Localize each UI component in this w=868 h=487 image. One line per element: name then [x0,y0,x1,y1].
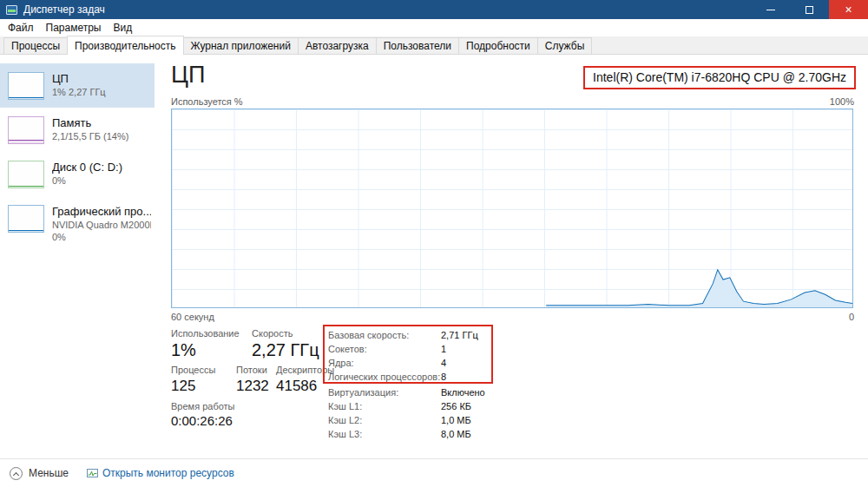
sidebar-item-subtitle: 1% 2,27 ГГц [52,86,106,98]
detail-row-logical-processors: Логических процессоров: 8 [328,370,485,384]
tabstrip: Процессы Производительность Журнал прило… [0,36,868,55]
graph-legend-right: 100% [830,96,854,107]
chevron-up-icon [10,467,23,480]
processes-value: 125 [171,378,195,395]
sidebar-item-title: Диск 0 (C: D:) [52,161,122,174]
sidebar-item-title: ЦП [52,72,106,86]
graph-axis: 60 секунд 0 [171,312,854,322]
tab-details[interactable]: Подробности [458,37,538,54]
maximize-button[interactable] [790,0,829,19]
page-title: ЦП [171,62,205,89]
menubar: Файл Параметры Вид [0,19,868,36]
task-manager-window: Диспетчер задач × Файл Параметры Вид Про… [0,0,868,487]
detail-row-virtualization: Виртуализация: Включено [328,385,485,399]
cpu-usage-graph [171,109,853,308]
menu-options[interactable]: Параметры [40,20,108,36]
utilization-label: Использование [171,328,240,339]
processes-label: Процессы [171,365,215,375]
handles-label: Дескрипторы [276,365,334,375]
cpu-name-annotation: Intel(R) Core(TM) i7-6820HQ CPU @ 2.70GH… [583,66,856,89]
utilization-value: 1% [171,340,196,360]
minimize-button[interactable] [751,0,790,19]
resource-monitor-icon [87,469,98,478]
sidebar-item-subtitle: 2,1/15,5 ГБ (14%) [52,130,128,142]
graph-legend: Используется % 100% [171,96,854,107]
cpu-details-list: Базовая скорость: 2,71 ГГц Сокетов: 1 Яд… [328,328,485,441]
detail-row-cores: Ядра: 4 [328,356,485,370]
fewer-details-label: Меньше [29,467,69,479]
tab-startup[interactable]: Автозагрузка [298,37,377,54]
tab-users[interactable]: Пользователи [376,37,459,54]
tab-processes[interactable]: Процессы [3,37,68,54]
menu-view[interactable]: Вид [107,20,138,36]
tab-app-history[interactable]: Журнал приложений [183,37,299,54]
graph-axis-right: 0 [849,312,854,322]
uptime-label: Время работы [171,401,235,411]
detail-row-l3-cache: Кэш L3: 8,0 МБ [328,427,485,441]
open-resource-monitor-label: Открыть монитор ресурсов [102,467,234,479]
cpu-graph-svg [172,109,852,307]
sidebar-item-title: Графический про... [52,205,151,219]
uptime-value: 0:00:26:26 [171,413,233,428]
fewer-details-button[interactable]: Меньше [10,467,69,480]
window-title: Диспетчер задач [23,3,105,16]
graph-axis-left: 60 секунд [171,312,214,322]
graph-legend-left: Используется % [171,96,243,107]
disk-thumbnail [8,161,44,188]
detail-row-l2-cache: Кэш L2: 1,0 МБ [328,413,485,427]
speed-value: 2,27 ГГц [252,340,319,360]
open-resource-monitor-link[interactable]: Открыть монитор ресурсов [87,467,234,479]
sidebar-item-subtitle: NVIDIA Quadro M2000M [52,219,151,231]
sidebar-item-cpu[interactable]: ЦП 1% 2,27 ГГц [0,63,155,108]
sidebar-item-subtitle2: 0% [52,231,151,243]
threads-label: Потоки [236,365,267,375]
tab-services[interactable]: Службы [537,37,592,54]
performance-sidebar: ЦП 1% 2,27 ГГц Память 2,1/15,5 ГБ (14%) … [0,55,155,458]
sidebar-item-memory[interactable]: Память 2,1/15,5 ГБ (14%) [0,108,155,152]
cpu-panel: ЦП Intel(R) Core(TM) i7-6820HQ CPU @ 2.7… [155,55,868,458]
content: ЦП 1% 2,27 ГГц Память 2,1/15,5 ГБ (14%) … [0,55,868,458]
menu-file[interactable]: Файл [2,20,40,36]
sidebar-item-title: Память [52,116,128,130]
window-controls: × [751,0,868,19]
handles-value: 41586 [276,378,317,395]
sidebar-item-disk0[interactable]: Диск 0 (C: D:) 0% [0,152,155,196]
detail-row-sockets: Сокетов: 1 [328,342,485,356]
detail-row-base-speed: Базовая скорость: 2,71 ГГц [328,328,485,342]
titlebar: Диспетчер задач × [0,0,868,19]
sidebar-item-subtitle: 0% [52,174,122,187]
detail-row-l1-cache: Кэш L1: 256 КБ [328,399,485,413]
speed-label: Скорость [252,328,293,339]
gpu-thumbnail [8,205,44,233]
memory-thumbnail [8,116,44,144]
cpu-thumbnail [8,72,44,100]
tab-performance[interactable]: Производительность [67,36,183,55]
close-button[interactable]: × [829,0,868,19]
statusbar: Меньше Открыть монитор ресурсов [0,458,868,487]
threads-value: 1232 [236,378,269,395]
app-icon [6,5,17,15]
sidebar-item-gpu[interactable]: Графический про... NVIDIA Quadro M2000M … [0,196,155,251]
